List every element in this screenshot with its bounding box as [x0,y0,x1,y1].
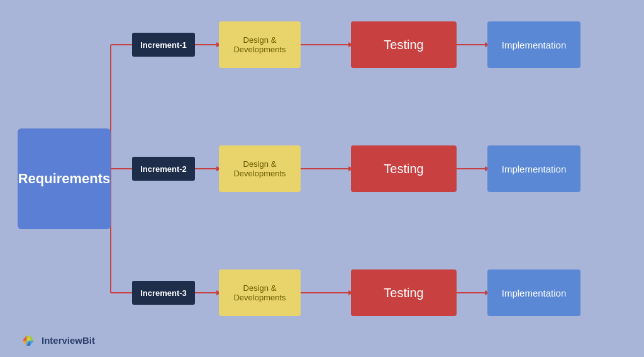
implementation-1-label: Implementation [502,40,567,50]
diagram-container: Requirements Increment-1 Design &Develop… [0,0,644,357]
increment-2-label: Increment-2 [140,164,187,174]
svg-marker-24 [23,341,26,346]
testing-box-2: Testing [351,145,457,192]
svg-marker-23 [23,336,26,341]
implementation-box-3: Implementation [487,269,580,316]
increment-box-2: Increment-2 [132,157,195,181]
testing-box-3: Testing [351,269,457,316]
increment-box-1: Increment-1 [132,33,195,57]
implementation-box-1: Implementation [487,21,580,68]
svg-marker-29 [30,336,34,341]
logo-area: InterviewBit [18,333,95,347]
increment-1-label: Increment-1 [140,40,187,50]
design-3-label: Design &Developments [233,283,286,302]
increment-box-3: Increment-3 [132,281,195,305]
requirements-box: Requirements [18,128,111,229]
increment-3-label: Increment-3 [140,288,187,298]
design-box-2: Design &Developments [219,145,301,192]
implementation-3-label: Implementation [502,288,567,298]
svg-marker-30 [30,341,34,346]
testing-2-label: Testing [384,162,423,176]
testing-1-label: Testing [384,38,423,52]
logo-icon [18,333,36,347]
design-box-3: Design &Developments [219,269,301,316]
implementation-2-label: Implementation [502,164,567,174]
requirements-label: Requirements [18,171,111,187]
testing-box-1: Testing [351,21,457,68]
design-2-label: Design &Developments [233,159,286,178]
brand-name: InterviewBit [42,335,95,346]
design-1-label: Design &Developments [233,35,286,54]
implementation-box-2: Implementation [487,145,580,192]
testing-3-label: Testing [384,286,423,300]
design-box-1: Design &Developments [219,21,301,68]
